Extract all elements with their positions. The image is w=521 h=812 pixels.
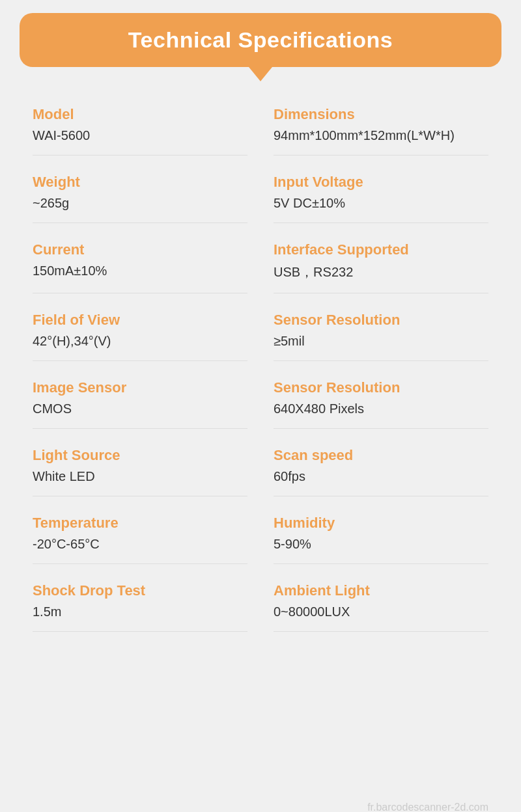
spec-item-right-3: Sensor Resolution≥5mil <box>274 300 488 361</box>
spec-item-right-7: Ambient Light0~80000LUX <box>274 571 488 632</box>
spec-value-right-5: 60fps <box>274 469 488 484</box>
spec-row-4: Image SensorCMOSSensor Resolution640X480… <box>33 368 488 429</box>
spec-label-right-4: Sensor Resolution <box>274 379 488 396</box>
spec-item-left-1: Weight~265g <box>33 162 247 223</box>
spec-item-right-2: Interface SupportedUSB，RS232 <box>274 230 488 293</box>
spec-item-right-1: Input Voltage5V DC±10% <box>274 162 488 223</box>
spec-row-5: Light SourceWhite LEDScan speed60fps <box>33 435 488 496</box>
spec-label-left-1: Weight <box>33 174 247 191</box>
spec-item-left-5: Light SourceWhite LED <box>33 435 247 496</box>
spec-value-right-2: USB，RS232 <box>274 264 488 281</box>
spec-value-right-3: ≥5mil <box>274 334 488 349</box>
spec-row-6: Temperature-20°C-65°CHumidity5-90% <box>33 503 488 564</box>
spec-value-right-0: 94mm*100mm*152mm(L*W*H) <box>274 128 488 143</box>
spec-label-left-0: Model <box>33 106 247 123</box>
spec-value-left-1: ~265g <box>33 196 247 211</box>
spec-label-left-4: Image Sensor <box>33 379 247 396</box>
spec-item-left-0: ModelWAI-5600 <box>33 94 247 156</box>
spec-value-left-6: -20°C-65°C <box>33 537 247 552</box>
page-container: Technical Specifications ModelWAI-5600Di… <box>0 13 521 812</box>
spec-value-left-3: 42°(H),34°(V) <box>33 334 247 349</box>
watermark: fr.barcodescanner-2d.com <box>367 802 488 812</box>
spec-label-left-5: Light Source <box>33 447 247 464</box>
spec-item-right-5: Scan speed60fps <box>274 435 488 496</box>
spec-label-left-6: Temperature <box>33 515 247 532</box>
specs-grid: ModelWAI-5600Dimensions94mm*100mm*152mm(… <box>0 81 521 632</box>
spec-item-right-4: Sensor Resolution640X480 Pixels <box>274 368 488 429</box>
spec-item-left-3: Field of View42°(H),34°(V) <box>33 300 247 361</box>
spec-value-left-4: CMOS <box>33 401 247 416</box>
spec-value-left-5: White LED <box>33 469 247 484</box>
spec-value-left-7: 1.5m <box>33 604 247 619</box>
spec-item-left-7: Shock Drop Test1.5m <box>33 571 247 632</box>
page-title: Technical Specifications <box>33 27 488 53</box>
header-arrow-decoration <box>249 67 272 81</box>
header-banner: Technical Specifications <box>20 13 501 67</box>
spec-label-left-7: Shock Drop Test <box>33 582 247 599</box>
spec-label-right-1: Input Voltage <box>274 174 488 191</box>
spec-item-left-6: Temperature-20°C-65°C <box>33 503 247 564</box>
spec-value-right-4: 640X480 Pixels <box>274 401 488 416</box>
spec-value-left-2: 150mA±10% <box>33 264 247 278</box>
spec-label-right-7: Ambient Light <box>274 582 488 599</box>
spec-item-right-0: Dimensions94mm*100mm*152mm(L*W*H) <box>274 94 488 156</box>
spec-row-3: Field of View42°(H),34°(V)Sensor Resolut… <box>33 300 488 361</box>
spec-label-right-6: Humidity <box>274 515 488 532</box>
spec-label-right-3: Sensor Resolution <box>274 312 488 329</box>
spec-label-left-3: Field of View <box>33 312 247 329</box>
spec-row-7: Shock Drop Test1.5mAmbient Light0~80000L… <box>33 571 488 632</box>
spec-value-right-6: 5-90% <box>274 537 488 552</box>
spec-row-0: ModelWAI-5600Dimensions94mm*100mm*152mm(… <box>33 94 488 156</box>
spec-value-right-1: 5V DC±10% <box>274 196 488 211</box>
spec-label-right-0: Dimensions <box>274 106 488 123</box>
spec-row-2: Current150mA±10%Interface SupportedUSB，R… <box>33 230 488 293</box>
spec-label-right-2: Interface Supported <box>274 241 488 258</box>
spec-value-left-0: WAI-5600 <box>33 128 247 143</box>
spec-item-left-2: Current150mA±10% <box>33 230 247 293</box>
spec-value-right-7: 0~80000LUX <box>274 604 488 619</box>
spec-label-left-2: Current <box>33 241 247 258</box>
spec-item-right-6: Humidity5-90% <box>274 503 488 564</box>
spec-row-1: Weight~265gInput Voltage5V DC±10% <box>33 162 488 223</box>
spec-label-right-5: Scan speed <box>274 447 488 464</box>
spec-item-left-4: Image SensorCMOS <box>33 368 247 429</box>
